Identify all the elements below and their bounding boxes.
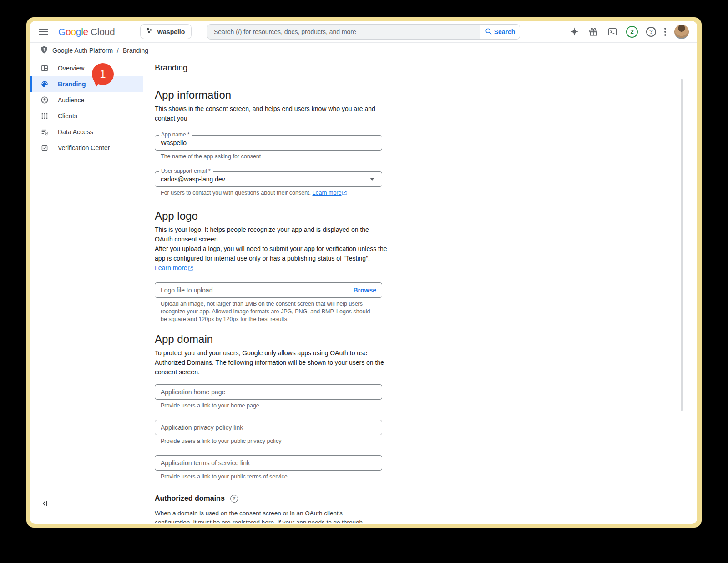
help-icon[interactable]: ?	[646, 27, 656, 37]
gemini-sparkle-icon[interactable]	[569, 26, 580, 37]
logo-file-input[interactable]	[161, 287, 349, 294]
sidebar-item-branding[interactable]: Branding	[30, 76, 143, 92]
main-panel: Branding App information This shows in t…	[143, 58, 697, 523]
privacy-policy-field	[155, 420, 382, 435]
app-name-helper: The name of the app asking for consent	[161, 153, 374, 161]
step-badge: 1	[92, 63, 114, 85]
privacy-policy-helper: Provide users a link to your public priv…	[161, 437, 374, 445]
sidebar-item-clients[interactable]: Clients	[30, 108, 143, 124]
terms-of-service-helper: Provide users a link to your public term…	[161, 473, 374, 481]
logo-upload-helper: Upload an image, not larger than 1MB on …	[161, 300, 374, 323]
topbar-actions: 2 ?	[569, 25, 697, 39]
sidebar-item-label: Branding	[58, 80, 86, 88]
notifications-button[interactable]: 2	[626, 26, 638, 38]
logo-upload-field: Browse	[155, 282, 382, 298]
app-logo-learn-more: Learn more	[155, 263, 388, 273]
chevron-down-icon[interactable]	[370, 178, 374, 181]
page-header: Branding	[143, 58, 697, 78]
search-button-label: Search	[494, 28, 516, 35]
app-information-description: This shows in the consent screen, and he…	[155, 104, 388, 123]
project-name: Waspello	[157, 28, 185, 35]
external-link-icon	[342, 190, 347, 197]
support-email-label: User support email *	[159, 168, 213, 174]
checkbox-icon	[40, 144, 49, 152]
sidebar-item-label: Clients	[58, 112, 77, 120]
more-options-icon[interactable]	[664, 28, 666, 36]
notification-count: 2	[630, 28, 633, 35]
help-glyph: ?	[649, 28, 653, 35]
search-button[interactable]: Search	[480, 25, 520, 39]
authorized-domains-help-icon[interactable]: ?	[230, 495, 238, 503]
terms-of-service-field	[155, 455, 382, 471]
body: Overview Branding Audience Clients	[30, 58, 697, 523]
home-page-helper: Provide users a link to your home page	[161, 402, 374, 410]
sidebar-item-label: Data Access	[58, 128, 93, 136]
browser-window: G o o g l e Cloud Waspello Search	[30, 21, 697, 524]
authorized-domains-description: When a domain is used on the consent scr…	[155, 509, 380, 523]
global-search: Search	[207, 24, 520, 40]
cloud-shell-icon[interactable]	[607, 26, 618, 37]
sidebar-item-verification-center[interactable]: Verification Center	[30, 140, 143, 156]
search-icon	[485, 28, 492, 36]
list-gear-icon	[40, 128, 49, 136]
breadcrumb-page: Branding	[123, 47, 148, 54]
palette-icon	[40, 80, 49, 88]
sidebar-item-label: Overview	[58, 65, 84, 72]
authorized-domains-header: Authorized domains ?	[155, 494, 697, 503]
app-domain-description: To protect you and your users, Google on…	[155, 348, 388, 377]
support-email-value: carlos@wasp-lang.dev	[161, 176, 370, 183]
app-name-field: App name *	[155, 135, 382, 151]
app-name-input[interactable]	[161, 139, 376, 146]
app-domain-title: App domain	[155, 332, 697, 346]
apps-grid-icon	[40, 112, 49, 120]
app-logo-description-2: After you upload a logo, you will need t…	[155, 244, 388, 263]
browse-button[interactable]: Browse	[349, 287, 376, 294]
project-selector[interactable]: Waspello	[140, 24, 192, 39]
sidebar-item-label: Verification Center	[58, 144, 110, 151]
authorized-domains-text-1: When a domain is used on the consent scr…	[155, 510, 363, 523]
top-app-bar: G o o g l e Cloud Waspello Search	[30, 21, 697, 43]
support-email-field[interactable]: User support email * carlos@wasp-lang.de…	[155, 171, 382, 187]
external-link-icon	[188, 264, 193, 273]
project-icon	[145, 27, 153, 36]
content: App information This shows in the consen…	[143, 78, 697, 523]
logo-letter: e	[83, 26, 88, 37]
sidebar-item-label: Audience	[58, 96, 84, 104]
support-email-learn-more-link[interactable]: Learn more	[313, 190, 342, 196]
app-logo-description-1: This is your logo. It helps people recog…	[155, 225, 388, 244]
support-email-helper: For users to contact you with questions …	[161, 189, 374, 197]
logo-letter: o	[66, 26, 71, 37]
logo-letter: o	[71, 26, 76, 37]
shield-key-icon	[40, 45, 48, 55]
logo-letter: g	[76, 26, 81, 37]
breadcrumb-separator: /	[117, 47, 119, 54]
sidebar: Overview Branding Audience Clients	[30, 58, 143, 523]
home-page-field	[155, 384, 382, 400]
step-badge-number: 1	[100, 68, 106, 80]
sidebar-item-data-access[interactable]: Data Access	[30, 124, 143, 140]
collapse-sidebar-icon[interactable]	[40, 499, 50, 508]
vertical-scrollbar[interactable]	[681, 79, 683, 411]
logo-letter: G	[58, 26, 66, 37]
terms-of-service-input[interactable]	[161, 459, 376, 467]
home-page-input[interactable]	[161, 388, 376, 396]
gift-icon[interactable]	[588, 26, 599, 37]
authorized-domains-title: Authorized domains	[155, 494, 225, 503]
support-email-helper-text: For users to contact you with questions …	[161, 190, 311, 196]
overview-icon	[40, 64, 49, 72]
privacy-policy-input[interactable]	[161, 424, 376, 431]
logo-cloud-text: Cloud	[91, 26, 115, 37]
app-logo-learn-more-link[interactable]: Learn more	[155, 264, 187, 271]
menu-icon[interactable]	[38, 26, 49, 37]
sidebar-item-overview[interactable]: Overview	[30, 60, 143, 76]
avatar[interactable]	[674, 25, 689, 39]
page-title: Branding	[155, 63, 187, 73]
app-information-title: App information	[155, 88, 697, 102]
google-cloud-logo[interactable]: G o o g l e Cloud	[58, 26, 115, 37]
person-icon	[40, 96, 49, 104]
sidebar-item-audience[interactable]: Audience	[30, 92, 143, 108]
breadcrumb: Google Auth Platform / Branding	[30, 43, 697, 58]
breadcrumb-platform[interactable]: Google Auth Platform	[52, 47, 113, 54]
app-logo-title: App logo	[155, 209, 697, 223]
search-input[interactable]	[207, 25, 480, 39]
